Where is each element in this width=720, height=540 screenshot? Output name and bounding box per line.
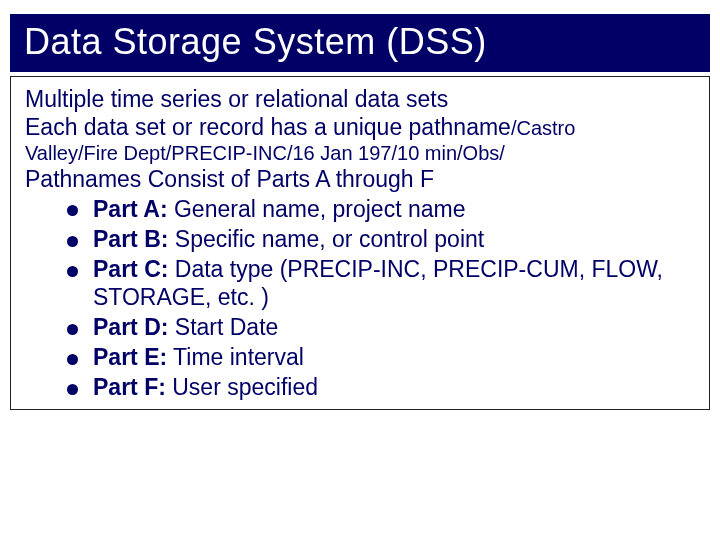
list-item: Part B: Specific name, or control point: [67, 225, 695, 253]
part-desc: User specified: [166, 374, 318, 400]
body-line-3: Valley/Fire Dept/PRECIP-INC/16 Jan 197/1…: [25, 141, 695, 165]
part-label: Part D:: [93, 314, 168, 340]
part-label: Part E:: [93, 344, 167, 370]
part-label: Part C:: [93, 256, 168, 282]
body-line-2: Each data set or record has a unique pat…: [25, 113, 695, 141]
part-label: Part A:: [93, 196, 168, 222]
part-desc: General name, project name: [168, 196, 466, 222]
body-line-1: Multiple time series or relational data …: [25, 85, 695, 113]
part-desc: Data type (PRECIP-INC, PRECIP-CUM, FLOW,…: [93, 256, 663, 310]
part-desc: Specific name, or control point: [168, 226, 484, 252]
part-label: Part F:: [93, 374, 166, 400]
slide-title: Data Storage System (DSS): [24, 22, 696, 62]
body-line-2b: /Castro: [511, 117, 575, 139]
list-item: Part C: Data type (PRECIP-INC, PRECIP-CU…: [67, 255, 695, 311]
list-item: Part E: Time interval: [67, 343, 695, 371]
body-line-2a: Each data set or record has a unique pat…: [25, 114, 511, 140]
body-box: Multiple time series or relational data …: [10, 76, 710, 411]
parts-list: Part A: General name, project name Part …: [67, 195, 695, 401]
list-item: Part F: User specified: [67, 373, 695, 401]
list-item: Part D: Start Date: [67, 313, 695, 341]
part-desc: Start Date: [168, 314, 278, 340]
slide: Data Storage System (DSS) Multiple time …: [0, 14, 720, 540]
title-bar: Data Storage System (DSS): [10, 14, 710, 72]
list-item: Part A: General name, project name: [67, 195, 695, 223]
part-label: Part B:: [93, 226, 168, 252]
parts-heading: Pathnames Consist of Parts A through F: [25, 165, 695, 193]
part-desc: Time interval: [167, 344, 304, 370]
